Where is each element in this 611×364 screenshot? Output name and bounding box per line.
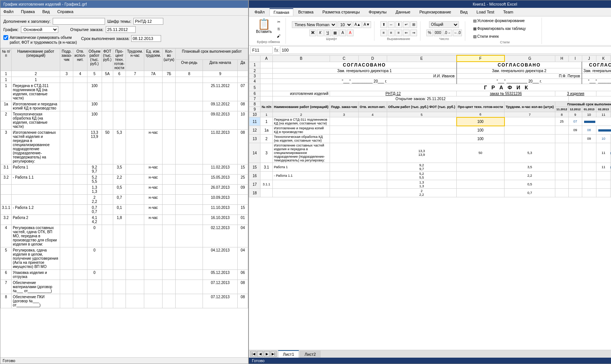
tab-view[interactable]: Вид [456, 8, 472, 16]
table-row: 14 3 Изготовление составных частей издел… [249, 143, 611, 163]
number-format-select[interactable]: Общий [429, 21, 459, 28]
wrap-text-button[interactable]: ↵ [403, 21, 410, 28]
menu-edit[interactable]: Правка [19, 9, 36, 15]
table-row: 2 Технологическая обработка КД (на издел… [1, 111, 248, 130]
format-table-button[interactable]: ▦ Форматировать как таблицу [471, 25, 528, 32]
font-color-button[interactable]: A [347, 30, 354, 36]
fill-color-button[interactable]: A [339, 30, 346, 36]
align-middle-button[interactable]: ↔ [388, 21, 395, 28]
font-name-select[interactable]: Times New Roman [292, 21, 337, 28]
underline-button[interactable]: Ч [324, 30, 331, 36]
align-bottom-button[interactable]: ⬇ [395, 21, 402, 28]
left-status-text: Готово [3, 358, 15, 363]
tab-insert[interactable]: Вставка [294, 8, 318, 16]
indent-inc-button[interactable]: ⇒ [410, 30, 417, 36]
percent-button[interactable]: % [426, 30, 433, 36]
format-painter-button[interactable]: 🖌 [275, 33, 283, 39]
sheet-tab-1[interactable]: Лист1 [278, 350, 299, 358]
tab-layout[interactable]: Разметка страницы [318, 8, 364, 16]
cut-button[interactable]: ✂ [275, 19, 283, 25]
menu-help[interactable]: Справка [56, 9, 75, 15]
font-shrink-button[interactable]: A▼ [362, 21, 371, 28]
merge-button[interactable]: ⊞ [410, 21, 417, 28]
tab-file[interactable]: Файл [250, 8, 269, 16]
th-podr: Подр. заказ-чик [60, 49, 73, 71]
sheet-nav-last[interactable]: ▶| [271, 351, 277, 357]
table-row: 11 1 Передача в СТД-311 подлинников КД (… [249, 117, 611, 126]
otkrytie-input[interactable] [106, 26, 136, 33]
border-button[interactable]: ▦ [332, 30, 339, 36]
sub-6: 6 [113, 71, 126, 77]
table-row: 3 Изготовление составных частей изделия … [1, 130, 248, 164]
col-B[interactable]: B [272, 55, 330, 62]
sheet-tab-2[interactable]: Лист2 [300, 351, 321, 358]
col-A[interactable]: A [260, 55, 273, 62]
conditional-format-button[interactable]: ▤ Условное форматирование [471, 18, 527, 24]
name1-cell: И.И. Иванов [272, 74, 456, 79]
excel-menu-bar: Файл Главная Вставка Разметка страницы Ф… [249, 8, 611, 16]
sub-1: 1 [1, 71, 12, 77]
col-K[interactable]: K [596, 55, 611, 62]
tab-formulas[interactable]: Формулы [365, 8, 391, 16]
sub-5: 5 [87, 71, 102, 77]
excel-status-text: Готово [252, 358, 265, 363]
menu-file[interactable]: Файл [2, 9, 15, 15]
inc-decimal-button[interactable]: .0→ [443, 30, 452, 36]
sub-7b: 7Б [162, 71, 176, 77]
col-J[interactable]: J [582, 55, 596, 62]
sheet-nav-prev[interactable]: ◀ [257, 351, 263, 357]
sheet-nav-next[interactable]: ▶ [264, 351, 270, 357]
table-row: 12 1а Изготовление и передача копий КД в… [249, 126, 611, 135]
table-row: 15 3.1 Работа 1 9,29,7 3,5 11 15 [249, 163, 611, 172]
cell-styles-button[interactable]: ▨ Стили ячеек [471, 33, 501, 40]
table-row: 3.1.1 - Работа 1.2 0,70,7 0,1 н-час 11.1… [1, 205, 248, 215]
th-trud: Трудоем. н-час [126, 49, 144, 71]
tab-team[interactable]: Team [499, 8, 518, 16]
graphik-select[interactable]: Основной [21, 26, 58, 33]
font-size-select[interactable]: 10 [337, 21, 352, 28]
col-H[interactable]: H [555, 55, 568, 62]
align-center-button[interactable]: ≡ [388, 30, 395, 36]
srok-input[interactable] [131, 35, 161, 42]
copy-icon: ⎘ [278, 27, 280, 31]
clipboard-label: Буфер обмена [257, 40, 280, 44]
ribbon-clipboard: 📋 Вставить ✂ ⎘ 🖌 Буфер обмена [251, 18, 286, 44]
tab-home[interactable]: Главная [269, 8, 293, 16]
sub-7a: 7А [144, 71, 162, 77]
tab-data[interactable]: Данные [391, 8, 414, 16]
italic-button[interactable]: К [317, 30, 324, 36]
cell-ref-input[interactable] [250, 46, 273, 54]
spreadsheet-container[interactable]: A B C D E F G H I J K L M N O P Q [249, 55, 611, 350]
tab-review[interactable]: Рецензирование [415, 8, 455, 16]
align-top-button[interactable]: ⬆ [380, 21, 387, 28]
menu-view[interactable]: Вид [41, 9, 51, 15]
copy-button[interactable]: ⎘ [275, 26, 283, 32]
col-D[interactable]: D [358, 55, 387, 62]
col-I[interactable]: I [568, 55, 582, 62]
paste-button[interactable]: 📋 Вставить [254, 18, 274, 35]
dopolnenie-input[interactable] [53, 18, 105, 25]
formula-input[interactable] [280, 46, 611, 54]
ribbon-styles: ▤ Условное форматирование ▦ Форматироват… [468, 18, 542, 44]
dec-decimal-button[interactable]: ←.0 [453, 30, 462, 36]
th-num: № п/п [1, 49, 12, 71]
align-left-button[interactable]: ≡ [380, 30, 387, 36]
col-E[interactable]: E [387, 55, 457, 62]
dopolnenie-label: Дополнение к заголовку: [3, 19, 50, 24]
th-name: Наименование работ (операций) [12, 49, 60, 71]
excel-title-bar: Книга1 - Microsoft Excel [249, 0, 611, 8]
col-F[interactable]: F [457, 55, 504, 62]
col-G[interactable]: G [504, 55, 555, 62]
tab-loadtest[interactable]: Load Test [472, 8, 499, 16]
th-ed: Ед. изм. трудоем. [144, 49, 162, 71]
thousands-button[interactable]: 000 [434, 30, 442, 36]
shifr-input[interactable] [133, 18, 163, 25]
align-right-button[interactable]: ≡ [395, 30, 402, 36]
col-C[interactable]: C [330, 55, 358, 62]
indent-dec-button[interactable]: ⇐ [403, 30, 410, 36]
font-grow-button[interactable]: A▲ [353, 21, 362, 28]
th-proc: Про-цент техн. готов-ности [113, 49, 126, 71]
auto-sum-checkbox[interactable] [3, 35, 8, 40]
bold-button[interactable]: Ж [309, 30, 316, 36]
sheet-nav-first[interactable]: |◀ [250, 351, 256, 357]
